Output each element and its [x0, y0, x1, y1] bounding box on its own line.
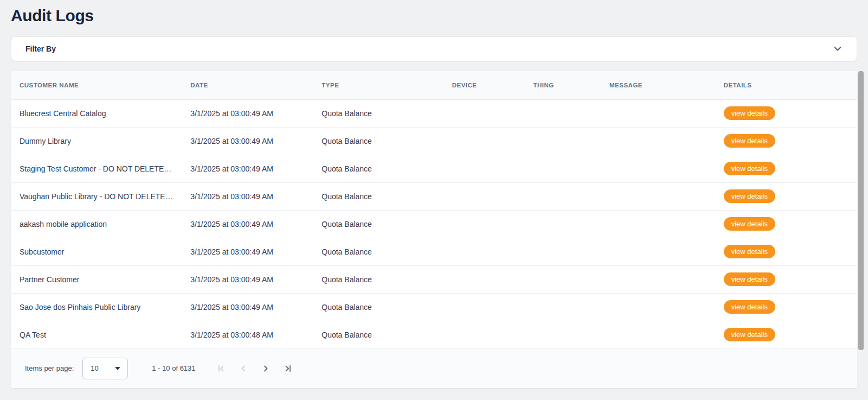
device-cell	[443, 293, 525, 321]
table-row: Sao Jose dos Pinhais Public Library 3/1/…	[11, 293, 857, 321]
type-cell: Quota Balance	[313, 99, 443, 127]
page-title: Audit Logs	[11, 7, 857, 25]
filter-by-label: Filter By	[25, 45, 56, 53]
column-header-thing: THING	[525, 71, 601, 99]
date-cell: 3/1/2025 at 03:00:49 AM	[182, 265, 313, 293]
thing-cell	[525, 127, 601, 155]
table-row: Bluecrest Central Catalog 3/1/2025 at 03…	[11, 99, 857, 127]
customer-name-cell: aakash mobile application	[11, 210, 182, 238]
thing-cell	[525, 99, 601, 127]
details-cell: view details	[715, 238, 857, 265]
thing-cell	[525, 238, 601, 265]
date-cell: 3/1/2025 at 03:00:49 AM	[182, 155, 313, 182]
device-cell	[443, 99, 525, 127]
previous-page-button[interactable]	[239, 364, 248, 373]
details-cell: view details	[715, 155, 857, 182]
device-cell	[443, 155, 525, 182]
customer-name-cell: Subcustomer	[11, 238, 182, 265]
customer-name-cell: Sao Jose dos Pinhais Public Library	[11, 293, 182, 321]
items-per-page-select[interactable]: 10	[82, 358, 128, 379]
filter-by-panel[interactable]: Filter By	[11, 36, 857, 61]
dropdown-caret-icon	[115, 367, 120, 370]
chevron-down-icon[interactable]	[833, 44, 843, 54]
thing-cell	[525, 293, 601, 321]
device-cell	[443, 210, 525, 238]
view-details-button[interactable]: view details	[724, 245, 775, 258]
pagination-bar: Items per page: 10 1 - 10 of 6131	[11, 349, 857, 389]
device-cell	[443, 127, 525, 155]
last-page-button[interactable]	[283, 364, 293, 373]
table-row: Staging Test Customer - DO NOT DELETE OR…	[11, 155, 857, 182]
type-cell: Quota Balance	[313, 238, 443, 265]
pagination-range-label: 1 - 10 of 6131	[152, 364, 195, 372]
customer-name-cell: Bluecrest Central Catalog	[11, 99, 182, 127]
date-cell: 3/1/2025 at 03:00:49 AM	[182, 238, 313, 265]
date-cell: 3/1/2025 at 03:00:48 AM	[182, 321, 313, 348]
message-cell	[601, 265, 715, 293]
message-cell	[601, 293, 715, 321]
vertical-scrollbar[interactable]	[858, 71, 864, 350]
message-cell	[601, 127, 715, 155]
view-details-button[interactable]: view details	[724, 106, 775, 120]
column-header-date: DATE	[182, 71, 313, 99]
date-cell: 3/1/2025 at 03:00:49 AM	[182, 210, 313, 238]
view-details-button[interactable]: view details	[724, 217, 775, 231]
column-header-device: DEVICE	[443, 71, 525, 99]
device-cell	[443, 265, 525, 293]
first-page-icon	[216, 364, 226, 373]
type-cell: Quota Balance	[313, 210, 443, 238]
type-cell: Quota Balance	[313, 127, 443, 155]
message-cell	[601, 321, 715, 348]
type-cell: Quota Balance	[313, 265, 443, 293]
view-details-button[interactable]: view details	[724, 189, 775, 203]
view-details-button[interactable]: view details	[724, 162, 775, 175]
thing-cell	[525, 265, 601, 293]
items-per-page-label: Items per page:	[25, 364, 74, 372]
type-cell: Quota Balance	[313, 293, 443, 321]
type-cell: Quota Balance	[313, 155, 443, 182]
message-cell	[601, 210, 715, 238]
thing-cell	[525, 182, 601, 210]
column-header-details: DETAILS	[715, 71, 857, 99]
details-cell: view details	[715, 182, 857, 210]
details-cell: view details	[715, 210, 857, 238]
type-cell: Quota Balance	[313, 182, 443, 210]
audit-logs-table: CUSTOMER NAME DATE TYPE DEVICE THING MES…	[11, 71, 857, 349]
date-cell: 3/1/2025 at 03:00:49 AM	[182, 293, 313, 321]
items-per-page-value: 10	[91, 364, 98, 372]
message-cell	[601, 155, 715, 182]
view-details-button[interactable]: view details	[724, 328, 775, 341]
table-row: Dummy Library 3/1/2025 at 03:00:49 AM Qu…	[11, 127, 857, 155]
next-page-button[interactable]	[261, 364, 271, 373]
customer-name-cell: Staging Test Customer - DO NOT DELETE OR…	[11, 155, 182, 182]
table-row: aakash mobile application 3/1/2025 at 03…	[11, 210, 857, 238]
thing-cell	[525, 155, 601, 182]
chevron-right-icon	[261, 364, 271, 373]
first-page-button[interactable]	[216, 364, 226, 373]
table-row: Subcustomer 3/1/2025 at 03:00:49 AM Quot…	[11, 238, 857, 265]
type-cell: Quota Balance	[313, 321, 443, 348]
view-details-button[interactable]: view details	[724, 272, 775, 286]
customer-name-cell: Vaughan Public Library - DO NOT DELETE O…	[11, 182, 182, 210]
audit-logs-page: Audit Logs Filter By CUSTOMER NAME DATE …	[0, 0, 868, 389]
pagination-nav	[216, 364, 293, 373]
last-page-icon	[283, 364, 293, 373]
column-header-customer-name: CUSTOMER NAME	[11, 71, 182, 99]
details-cell: view details	[715, 265, 857, 293]
device-cell	[443, 182, 525, 210]
column-header-message: MESSAGE	[601, 71, 715, 99]
details-cell: view details	[715, 321, 857, 348]
date-cell: 3/1/2025 at 03:00:49 AM	[182, 127, 313, 155]
column-header-type: TYPE	[313, 71, 443, 99]
view-details-button[interactable]: view details	[724, 134, 775, 148]
details-cell: view details	[715, 293, 857, 321]
audit-logs-table-card: CUSTOMER NAME DATE TYPE DEVICE THING MES…	[11, 71, 857, 389]
chevron-left-icon	[239, 364, 248, 373]
message-cell	[601, 182, 715, 210]
customer-name-cell: QA Test	[11, 321, 182, 348]
table-row: QA Test 3/1/2025 at 03:00:48 AM Quota Ba…	[11, 321, 857, 348]
table-header-row: CUSTOMER NAME DATE TYPE DEVICE THING MES…	[11, 71, 857, 99]
thing-cell	[525, 210, 601, 238]
view-details-button[interactable]: view details	[724, 300, 775, 314]
device-cell	[443, 238, 525, 265]
